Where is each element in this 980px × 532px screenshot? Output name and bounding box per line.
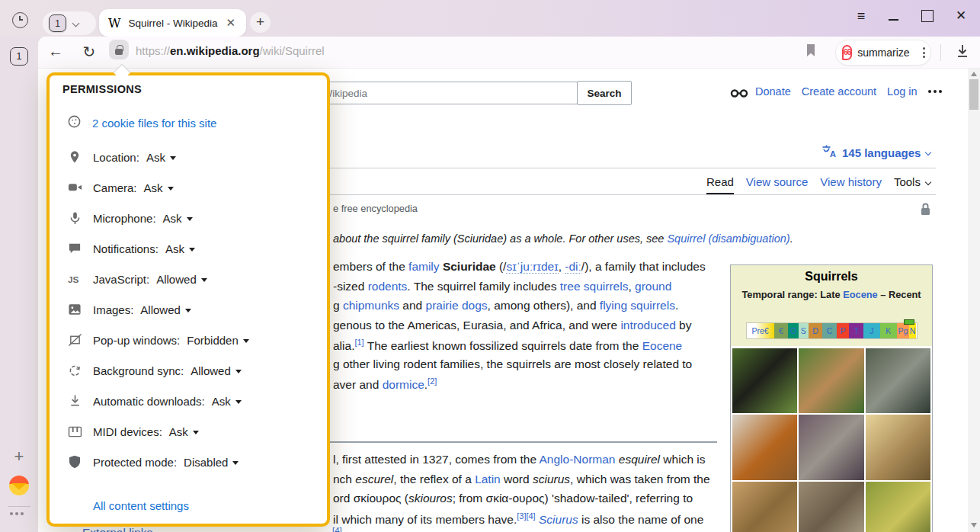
timeline-period-PreC[interactable]: Pre€ xyxy=(747,323,774,338)
squirrel-photo-7[interactable] xyxy=(732,482,797,532)
squirrel-photo-4[interactable] xyxy=(732,415,797,479)
tab-close-icon[interactable]: ✕ xyxy=(223,14,239,31)
timeline-period-J[interactable]: J xyxy=(863,323,880,338)
permission-value-dropdown[interactable]: Ask xyxy=(163,212,193,225)
close-window-button[interactable]: ✕ xyxy=(951,6,971,26)
rail-tab-counter[interactable]: 1 xyxy=(10,47,28,66)
article-tab-tools[interactable]: Tools xyxy=(894,175,930,188)
address-bar[interactable]: https://en.wikipedia.org/wiki/Squirrel xyxy=(136,44,325,57)
article-link[interactable]: Sciurus xyxy=(539,513,578,526)
page-protection-lock-icon[interactable] xyxy=(919,202,932,220)
squirrel-photo-8[interactable] xyxy=(799,482,863,532)
permission-value-dropdown[interactable]: Ask xyxy=(169,425,199,438)
tab-group-pill[interactable]: 1 xyxy=(43,11,96,35)
reload-icon[interactable]: ↻ xyxy=(79,43,99,61)
language-selector[interactable]: A 145 languages xyxy=(821,144,930,161)
page-scrollbar[interactable] xyxy=(968,69,980,532)
new-tab-button[interactable]: + xyxy=(250,12,271,33)
personal-link-create-account[interactable]: Create account xyxy=(802,85,876,98)
permission-value-dropdown[interactable]: Allowed xyxy=(156,273,207,286)
scrollbar-thumb[interactable] xyxy=(969,79,978,110)
permission-label: JavaScript: xyxy=(93,273,149,286)
timeline-period-Pg[interactable]: Pg xyxy=(897,323,909,338)
permission-value-dropdown[interactable]: Allowed xyxy=(191,364,242,377)
article-link[interactable]: chipmunks xyxy=(343,299,399,312)
toc-external-links[interactable]: External links xyxy=(82,526,152,532)
squirrel-photo-6[interactable] xyxy=(866,415,930,479)
article-link[interactable]: rodents xyxy=(368,280,408,293)
summarize-button[interactable]: summarize xyxy=(835,40,931,66)
back-icon[interactable]: ← xyxy=(46,43,66,60)
all-content-settings-link[interactable]: All content settings xyxy=(93,499,189,512)
personal-link-donate[interactable]: Donate xyxy=(755,85,791,98)
browser-tab[interactable]: W Squirrel - Wikipedia ✕ xyxy=(99,9,246,37)
chevron-down-icon[interactable] xyxy=(72,20,80,27)
article-link[interactable]: sɪˈjuːrɪdeɪ xyxy=(506,260,558,274)
article-link[interactable]: flying squirrels xyxy=(600,299,675,312)
article-link[interactable]: Anglo-Norman xyxy=(540,453,616,466)
squirrel-photo-2[interactable] xyxy=(799,348,863,413)
timeline-period-C[interactable]: C xyxy=(822,323,837,338)
mail-icon[interactable] xyxy=(9,476,29,495)
article-link[interactable]: -diː xyxy=(565,260,581,274)
minimize-button[interactable] xyxy=(884,6,904,26)
browser-menu-icon[interactable]: ≡ xyxy=(851,6,871,26)
permission-value-dropdown[interactable]: Ask xyxy=(165,242,195,255)
site-lock-button[interactable] xyxy=(109,40,129,59)
article-link[interactable]: [3][4] xyxy=(517,511,535,521)
rail-more-icon[interactable] xyxy=(10,512,24,515)
history-clock-icon[interactable] xyxy=(12,12,28,28)
maximize-button[interactable] xyxy=(918,6,937,26)
article-link[interactable]: family xyxy=(408,260,439,273)
article-line: il which many of its members have.[3][4]… xyxy=(333,511,703,527)
squirrel-photo-9[interactable] xyxy=(866,482,930,532)
article-link[interactable]: Latin xyxy=(475,473,501,486)
rail-add-icon[interactable]: + xyxy=(10,448,28,466)
permission-value-dropdown[interactable]: Ask xyxy=(146,151,176,164)
squirrel-photo-1[interactable] xyxy=(732,348,797,413)
wiki-search-button[interactable]: Search xyxy=(577,81,632,105)
article-tab-view-source[interactable]: View source xyxy=(746,175,808,188)
article-link[interactable]: [1] xyxy=(354,338,363,347)
appearance-glasses-icon[interactable] xyxy=(730,88,748,102)
bookmark-icon[interactable] xyxy=(805,43,817,61)
eocene-link[interactable]: Eocene xyxy=(843,289,878,300)
timeline-period-O[interactable]: O xyxy=(788,323,799,338)
timeline-period-P[interactable]: P xyxy=(837,323,850,338)
article-tab-view-history[interactable]: View history xyxy=(820,175,882,188)
permission-value-dropdown[interactable]: Allowed xyxy=(140,303,191,316)
timeline-period-T[interactable]: T xyxy=(849,323,863,338)
permission-value: Ask xyxy=(165,242,184,255)
permission-value-dropdown[interactable]: Forbidden xyxy=(187,334,249,347)
permission-label: Protected mode: xyxy=(93,456,177,469)
article-link[interactable]: Squirrel (disambiguation) xyxy=(667,232,789,245)
personal-link-log-in[interactable]: Log in xyxy=(887,85,918,98)
timeline-period-C[interactable]: € xyxy=(774,323,789,338)
article-link[interactable]: tree squirrels xyxy=(560,280,629,293)
timeline-period-S[interactable]: S xyxy=(799,323,809,338)
squirrel-photo-3[interactable] xyxy=(866,348,930,413)
tab-group-badge[interactable]: 1 xyxy=(49,14,66,32)
squirrel-photo-5[interactable] xyxy=(799,415,863,479)
permission-value-dropdown[interactable]: Ask xyxy=(212,395,242,408)
article-link[interactable]: dormice xyxy=(383,378,424,391)
permission-value-dropdown[interactable]: Ask xyxy=(144,181,174,194)
article-text: sciurus xyxy=(533,473,570,486)
timeline-period-D[interactable]: D xyxy=(809,323,823,338)
article-link[interactable]: introduced xyxy=(620,319,675,332)
cookie-files-link[interactable]: 2 cookie files for this site xyxy=(92,117,216,130)
timeline-period-K[interactable]: K xyxy=(880,323,898,338)
summarize-more-icon[interactable] xyxy=(923,47,925,58)
scroll-up-icon[interactable] xyxy=(971,72,977,76)
permission-value-dropdown[interactable]: Disabled xyxy=(184,456,239,469)
article-link[interactable]: Eocene xyxy=(642,339,683,352)
article-tab-read[interactable]: Read xyxy=(706,175,734,194)
permission-value: Allowed xyxy=(191,364,231,377)
timeline-period-N[interactable]: N xyxy=(909,323,917,338)
downloads-icon[interactable] xyxy=(955,43,970,62)
article-link[interactable]: [2] xyxy=(428,377,437,386)
article-link[interactable]: prairie dogs xyxy=(426,299,488,312)
article-link[interactable]: ground xyxy=(635,280,671,293)
user-more-menu-icon[interactable] xyxy=(928,90,942,93)
scroll-down-icon[interactable] xyxy=(971,523,977,527)
